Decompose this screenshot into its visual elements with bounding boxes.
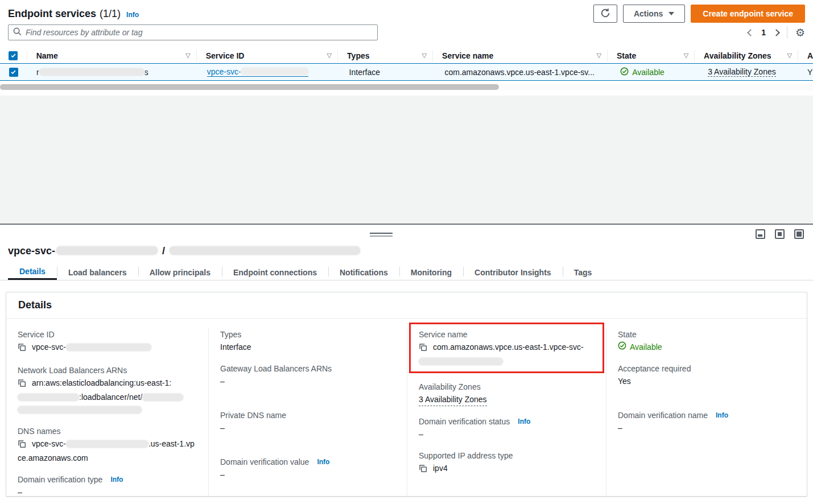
field-value: – — [18, 486, 197, 498]
row-checkbox[interactable] — [9, 68, 18, 77]
copy-icon[interactable] — [18, 439, 26, 452]
field-dns-names: DNS names vpce-svc-.us-east-1.vpce.amazo… — [18, 425, 197, 464]
field-label: Domain verification name — [618, 409, 708, 422]
copy-icon[interactable] — [419, 464, 427, 476]
column-header-service-id[interactable]: Service ID▽ — [197, 50, 338, 61]
redacted-text — [66, 440, 148, 448]
select-all-checkbox[interactable] — [9, 51, 18, 60]
gear-icon[interactable]: ⚙ — [795, 27, 805, 38]
field-label: Availability Zones — [419, 381, 595, 393]
sort-icon[interactable]: ▽ — [327, 52, 332, 59]
field-label: State — [618, 328, 795, 341]
tab-monitoring[interactable]: Monitoring — [399, 265, 463, 280]
tab-notifications[interactable]: Notifications — [328, 265, 399, 280]
info-link[interactable]: Info — [110, 473, 123, 486]
field-value: vpce-svc-.us-east-1.vpce.amazonaws.com — [18, 437, 197, 464]
panel-title-prefix: vpce-svc- — [8, 245, 55, 257]
info-link[interactable]: Info — [518, 415, 530, 428]
horizontal-scrollbar[interactable] — [0, 84, 813, 90]
state-badge: Available — [618, 341, 662, 353]
column-label: Service ID — [206, 51, 245, 60]
field-gwlb-arns: Gateway Load Balancers ARNs – — [220, 362, 395, 387]
row-name-cell: rs — [27, 68, 198, 77]
field-value: Yes — [618, 375, 795, 387]
field-label: Service ID — [18, 328, 197, 341]
refresh-button[interactable] — [593, 5, 617, 23]
service-id-text: vpce-svc- — [207, 67, 241, 76]
row-service-name-cell: com.amazonaws.vpce.us-east-1.vpce-sv... — [435, 68, 611, 77]
info-link[interactable]: Info — [716, 409, 728, 422]
column-label: A — [807, 51, 813, 60]
column-header-availability-zones[interactable]: Availability Zones▽ — [695, 50, 798, 61]
field-value: arn:aws:elasticloadbalancing:us-east-1::… — [18, 377, 197, 416]
copy-icon[interactable] — [18, 342, 26, 355]
panel-size-full-icon[interactable] — [794, 229, 804, 239]
field-types: Types Interface — [220, 328, 395, 353]
service-name-highlight-box: Service name com.amazonaws.vpce.us-east-… — [409, 323, 604, 373]
tab-allow-principals[interactable]: Allow principals — [138, 265, 222, 280]
detail-split-panel: vpce-svc- / Details Load balancers Allow… — [0, 224, 813, 504]
field-value: – — [220, 375, 395, 387]
page-next-icon[interactable] — [773, 29, 780, 36]
scrollbar-thumb[interactable] — [0, 84, 499, 90]
redacted-text — [18, 394, 79, 401]
column-header-name[interactable]: Name▽ — [27, 50, 197, 61]
field-value: ipv4 — [419, 462, 595, 476]
availability-zones-link[interactable]: 3 Availability Zones — [708, 67, 776, 77]
page-previous-icon[interactable] — [747, 29, 754, 36]
value-text: arn:aws:elasticloadbalancing:us-east-1: — [32, 378, 171, 387]
sort-icon[interactable]: ▽ — [684, 52, 688, 59]
column-label: Availability Zones — [704, 51, 771, 60]
panel-title: vpce-svc- / — [8, 245, 360, 257]
sort-icon[interactable]: ▽ — [787, 52, 792, 59]
tab-endpoint-connections[interactable]: Endpoint connections — [222, 265, 328, 280]
column-header-acceptance[interactable]: A — [798, 50, 813, 61]
info-link[interactable]: Info — [317, 456, 329, 468]
column-header-service-name[interactable]: Service name▽ — [433, 50, 608, 61]
field-label: Network Load Balancers ARNs — [18, 364, 197, 377]
sort-icon[interactable]: ▽ — [185, 52, 190, 59]
select-all-cell — [0, 50, 27, 61]
field-nlb-arns: Network Load Balancers ARNs arn:aws:elas… — [18, 364, 197, 416]
create-endpoint-service-button[interactable]: Create endpoint service — [691, 5, 805, 23]
service-id-link[interactable]: vpce-svc- — [207, 67, 308, 77]
availability-zones-link[interactable]: 3 Availability Zones — [419, 393, 487, 406]
row-state-cell: Available — [611, 67, 699, 77]
field-label: Service name — [419, 328, 595, 341]
panel-drag-handle-icon[interactable] — [370, 233, 393, 237]
field-value: – — [220, 468, 395, 481]
tab-details[interactable]: Details — [8, 265, 57, 280]
search-box[interactable] — [8, 24, 378, 40]
search-input[interactable] — [26, 28, 373, 37]
row-name-text: r — [36, 68, 39, 77]
actions-button[interactable]: Actions — [623, 5, 685, 23]
table-header: Name▽ Service ID▽ Types▽ Service name▽ S… — [0, 48, 813, 63]
redacted-text — [66, 344, 151, 351]
field-state: State Available — [618, 328, 795, 353]
tab-tags[interactable]: Tags — [563, 265, 604, 280]
details-column-1: Service ID vpce-svc- Network Load Balanc… — [6, 328, 209, 496]
field-domain-verification-status: Domain verification status Info – — [419, 415, 595, 440]
field-label: Domain verification value — [220, 456, 309, 468]
column-header-types[interactable]: Types▽ — [338, 50, 433, 61]
sort-icon[interactable]: ▽ — [597, 52, 601, 59]
value-text: ipv4 — [433, 464, 448, 473]
redacted-text — [142, 394, 183, 401]
panel-title-separator: / — [162, 245, 165, 257]
column-label: Types — [347, 51, 369, 60]
copy-icon[interactable] — [18, 378, 26, 391]
table-row[interactable]: rs vpce-svc- Interface com.amazonaws.vpc… — [0, 63, 813, 81]
current-page[interactable]: 1 — [761, 28, 766, 37]
copy-icon[interactable] — [419, 342, 427, 355]
panel-size-small-icon[interactable] — [756, 229, 765, 239]
row-az-cell: 3 Availability Zones — [699, 67, 803, 77]
panel-size-half-icon[interactable] — [775, 229, 785, 239]
sort-icon[interactable]: ▽ — [422, 52, 427, 59]
tab-contributor-insights[interactable]: Contributor Insights — [463, 265, 563, 280]
title-info-link[interactable]: Info — [126, 11, 139, 19]
details-column-4: State Available Acceptance required Yes … — [606, 328, 807, 496]
refresh-icon — [600, 8, 610, 20]
column-header-state[interactable]: State▽ — [608, 50, 695, 61]
tab-load-balancers[interactable]: Load balancers — [57, 265, 138, 280]
panel-tabs: Details Load balancers Allow principals … — [0, 265, 813, 280]
